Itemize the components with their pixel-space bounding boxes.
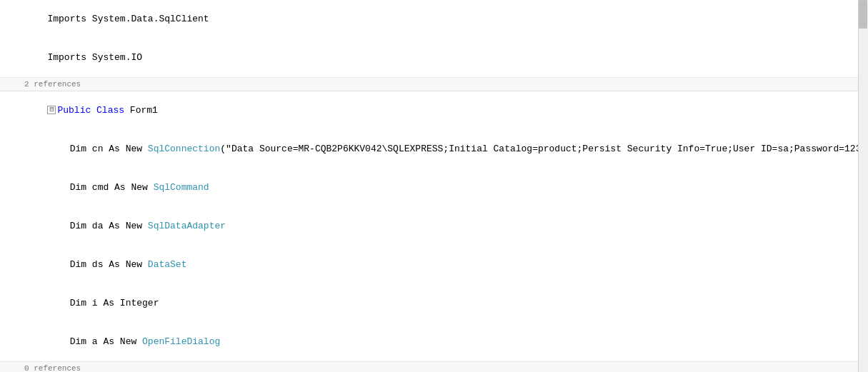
line-dim-cmd: Dim cmd As New SqlCommand: [0, 169, 868, 207]
code-token: Class: [96, 105, 130, 116]
code-token: Dim da As New: [47, 221, 147, 231]
code-editor: Imports System.Data.SqlClient Imports Sy…: [0, 0, 868, 372]
code-token: OpenFileDialog: [142, 336, 220, 347]
references-badge-class: 2 references: [0, 77, 868, 91]
code-token: Dim a As New: [47, 336, 142, 347]
scrollbar-thumb[interactable]: [859, 0, 867, 29]
code-token: Imports System.IO: [47, 52, 142, 63]
code-token: Dim i As Integer: [47, 298, 159, 308]
code-token: SqlCommand: [154, 182, 209, 193]
code-token: Dim cn As New: [47, 144, 147, 154]
line-dim-cn: Dim cn As New SqlConnection("Data Source…: [0, 130, 868, 169]
vertical-scrollbar[interactable]: [858, 0, 868, 372]
code-token: ("Data Source=MR-CQB2P6KKV042\SQLEXPRESS…: [220, 144, 868, 154]
code-token: Dim cmd As New: [47, 182, 153, 193]
line-dim-ds: Dim ds As New DataSet: [0, 246, 868, 284]
collapse-button-class[interactable]: ⊟: [47, 106, 56, 114]
code-token: DataSet: [148, 259, 187, 270]
code-token: SqlDataAdapter: [148, 221, 226, 231]
line-dim-a: Dim a As New OpenFileDialog: [0, 323, 868, 361]
code-token: Imports System.Data.SqlClient: [47, 14, 209, 24]
line-dim-da: Dim da As New SqlDataAdapter: [0, 207, 868, 246]
code-token: SqlConnection: [148, 144, 220, 154]
line-imports-2: Imports System.IO: [0, 39, 868, 77]
line-class-declaration: ⊟Public Class Form1: [0, 91, 868, 130]
references-badge-form1load: 0 references: [0, 361, 868, 372]
line-imports-1: Imports System.Data.SqlClient: [0, 0, 868, 39]
code-token: Form1: [130, 105, 158, 116]
code-content[interactable]: Imports System.Data.SqlClient Imports Sy…: [0, 0, 868, 372]
line-dim-i: Dim i As Integer: [0, 284, 868, 323]
code-token: Public: [57, 105, 96, 116]
code-token: Dim ds As New: [47, 259, 147, 270]
